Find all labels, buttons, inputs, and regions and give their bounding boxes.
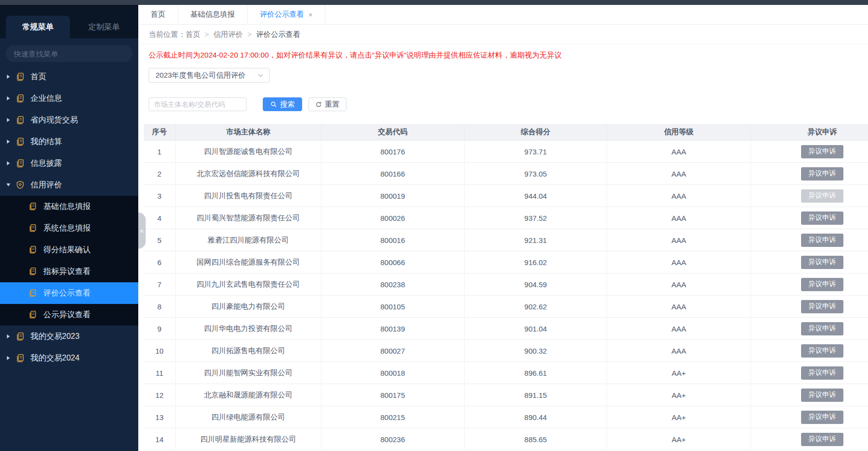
cell-entity-name: 四川绿电能源有限公司 bbox=[176, 406, 321, 428]
breadcrumb-item[interactable]: 信用评价 bbox=[214, 30, 243, 38]
appeal-button[interactable]: 异议申诉 bbox=[801, 389, 843, 402]
table-row: 3 四川川投售电有限责任公司 800019 944.04 AAA 异议申诉 bbox=[144, 185, 868, 207]
sidebar-subitem-label: 基础信息填报 bbox=[43, 202, 91, 212]
cell-trade-code: 800019 bbox=[321, 185, 465, 207]
page-tab[interactable]: 基础信息填报 bbox=[178, 5, 248, 24]
cell-trade-code: 800018 bbox=[321, 362, 465, 384]
sidebar: 常规菜单 定制菜单 首页 企业信息 省内现货交易 bbox=[0, 5, 138, 451]
cell-entity-name: 雅砻江四川能源有限公司 bbox=[176, 229, 321, 251]
cell-rating: AAA bbox=[607, 163, 751, 184]
search-icon bbox=[270, 101, 277, 108]
document-icon bbox=[29, 245, 37, 254]
table-row: 8 四川豪能电力有限公司 800105 902.62 AAA 异议申诉 bbox=[144, 296, 868, 318]
sidebar-item-credit-evaluation[interactable]: 信用评价 bbox=[0, 174, 138, 196]
appeal-button[interactable]: 异议申诉 bbox=[801, 145, 843, 158]
sidebar-item-my-trades-2024[interactable]: 我的交易2024 bbox=[0, 347, 138, 369]
appeal-button[interactable]: 异议申诉 bbox=[801, 189, 843, 203]
collapse-chevrons-icon: « bbox=[140, 227, 144, 235]
sidebar-subitem-label: 公示异议查看 bbox=[43, 310, 91, 320]
expand-arrow-icon bbox=[7, 140, 10, 144]
appeal-button[interactable]: 异议申诉 bbox=[801, 234, 843, 247]
sidebar-menu: 首页 企业信息 省内现货交易 我的结算 信息披露 bbox=[0, 66, 138, 369]
page-tab-label: 首页 bbox=[151, 10, 165, 19]
appeal-button[interactable]: 异议申诉 bbox=[801, 211, 843, 225]
cell-entity-name: 四川川投售电有限责任公司 bbox=[176, 185, 321, 207]
cell-appeal: 异议申诉 bbox=[751, 251, 868, 273]
sidebar-item-home[interactable]: 首页 bbox=[0, 66, 138, 88]
sidebar-item-provincial-spot-trading[interactable]: 省内现货交易 bbox=[0, 109, 138, 131]
cell-score: 890.44 bbox=[465, 406, 607, 428]
sidebar-subitem[interactable]: 评价公示查看 bbox=[0, 282, 138, 304]
table-row: 5 雅砻江四川能源有限公司 800016 921.31 AAA 异议申诉 bbox=[144, 229, 868, 251]
document-icon bbox=[29, 310, 37, 319]
appeal-button[interactable]: 异议申诉 bbox=[801, 411, 843, 424]
sidebar-subitem[interactable]: 得分结果确认 bbox=[0, 239, 138, 261]
sidebar-item-info-disclosure[interactable]: 信息披露 bbox=[0, 152, 138, 174]
sidebar-tab-custom-menu[interactable]: 定制菜单 bbox=[70, 16, 138, 38]
close-icon[interactable]: × bbox=[309, 11, 312, 18]
expand-arrow-icon bbox=[7, 118, 10, 122]
sidebar-subitem[interactable]: 公示异议查看 bbox=[0, 304, 138, 326]
appeal-button[interactable]: 异议申诉 bbox=[801, 433, 843, 446]
sidebar-tab-regular-menu[interactable]: 常规菜单 bbox=[6, 16, 70, 38]
page-tab-label: 评价公示查看 bbox=[260, 10, 304, 19]
cell-rating: AA+ bbox=[607, 428, 751, 450]
cell-appeal: 异议申诉 bbox=[751, 273, 868, 295]
table-header-cell: 序号 bbox=[144, 124, 176, 140]
sidebar-subitem[interactable]: 系统信息填报 bbox=[0, 217, 138, 239]
cell-rating: AAA bbox=[607, 318, 751, 339]
cell-rating: AAA bbox=[607, 296, 751, 317]
page-tab[interactable]: 首页 bbox=[138, 5, 178, 24]
cell-score: 937.52 bbox=[465, 207, 607, 229]
cell-trade-code: 800176 bbox=[321, 141, 465, 162]
breadcrumb-item: 评价公示查看 bbox=[256, 30, 301, 38]
expand-arrow-icon bbox=[7, 356, 10, 360]
expand-arrow-icon bbox=[6, 183, 10, 186]
cell-index: 5 bbox=[144, 229, 176, 251]
sidebar-item-my-trades-2023[interactable]: 我的交易2023 bbox=[0, 326, 138, 347]
cell-rating: AAA bbox=[607, 340, 751, 361]
cell-rating: AA+ bbox=[607, 406, 751, 428]
refresh-icon bbox=[315, 101, 322, 108]
appeal-button[interactable]: 异议申诉 bbox=[801, 344, 843, 358]
expand-arrow-icon bbox=[7, 96, 10, 100]
sidebar-item-company-info[interactable]: 企业信息 bbox=[0, 88, 138, 109]
market-entity-search-input[interactable] bbox=[149, 97, 247, 111]
cell-trade-code: 800215 bbox=[321, 406, 465, 428]
cell-entity-name: 四川华电电力投资有限公司 bbox=[176, 318, 321, 339]
sidebar-subitem[interactable]: 指标异议查看 bbox=[0, 261, 138, 282]
sidebar-subitem[interactable]: 基础信息填报 bbox=[0, 196, 138, 217]
table-row: 14 四川明星新能源科技有限公司 800236 885.65 AA+ 异议申诉 bbox=[144, 428, 868, 451]
document-icon bbox=[16, 72, 25, 81]
breadcrumb-item[interactable]: 首页 bbox=[186, 30, 200, 38]
cell-index: 14 bbox=[144, 428, 176, 450]
search-button[interactable]: 搜索 bbox=[263, 97, 302, 111]
sidebar-item-my-settlement[interactable]: 我的结算 bbox=[0, 131, 138, 152]
cell-score: 973.71 bbox=[465, 141, 607, 162]
cell-entity-name: 国网四川综合能源服务有限公司 bbox=[176, 251, 321, 273]
evaluation-period-select[interactable]: 2023年度售电公司信用评价 bbox=[149, 68, 270, 83]
sidebar-collapse-handle[interactable]: « bbox=[138, 212, 146, 249]
shield-icon bbox=[16, 180, 25, 189]
appeal-button[interactable]: 异议申诉 bbox=[801, 278, 843, 291]
cell-score: 902.62 bbox=[465, 296, 607, 317]
sidebar-item-label: 我的交易2023 bbox=[31, 331, 80, 342]
appeal-button[interactable]: 异议申诉 bbox=[801, 366, 843, 380]
appeal-button[interactable]: 异议申诉 bbox=[801, 167, 843, 180]
reset-button[interactable]: 重置 bbox=[309, 97, 346, 111]
menu-search-input[interactable] bbox=[6, 45, 132, 62]
document-icon bbox=[29, 289, 37, 298]
cell-entity-name: 四川川能智网实业有限公司 bbox=[176, 362, 321, 384]
appeal-button[interactable]: 异议申诉 bbox=[801, 300, 843, 313]
cell-index: 11 bbox=[144, 362, 176, 384]
appeal-button[interactable]: 异议申诉 bbox=[801, 256, 843, 269]
cell-entity-name: 四川智源能诚售电有限公司 bbox=[176, 141, 321, 162]
cell-rating: AAA bbox=[607, 141, 751, 162]
select-value: 2023年度售电公司信用评价 bbox=[155, 71, 246, 80]
cell-trade-code: 800105 bbox=[321, 296, 465, 317]
appeal-button[interactable]: 异议申诉 bbox=[801, 322, 843, 335]
page-tab[interactable]: 评价公示查看 × bbox=[248, 5, 325, 24]
sidebar-subitem-label: 得分结果确认 bbox=[43, 245, 91, 255]
sidebar-submenu: 基础信息填报 系统信息填报 得分结果确认 指标异议查看 评价公示查看 公示异议查… bbox=[0, 196, 138, 326]
cell-appeal: 异议申诉 bbox=[751, 207, 868, 229]
